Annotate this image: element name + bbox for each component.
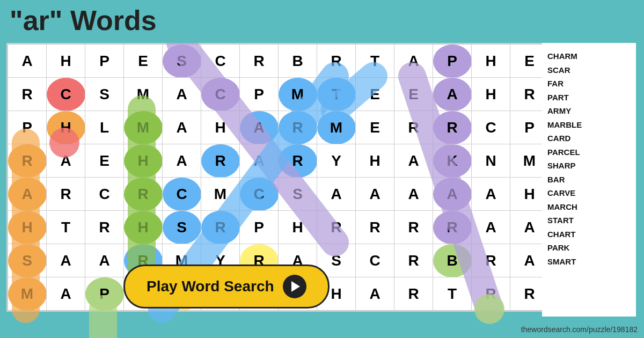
grid-cell: C [201, 78, 240, 111]
grid-cell: C [472, 111, 510, 144]
grid-cell: R [433, 211, 472, 244]
grid-cell: R [394, 111, 433, 144]
grid-cell: R [279, 111, 317, 144]
grid-cell: A [394, 45, 433, 78]
grid-cell: R [510, 277, 549, 311]
grid-cell: H [47, 45, 85, 78]
grid-cell: M [510, 144, 549, 178]
word-list-item: ARMY [547, 104, 631, 118]
word-list-item: SCAR [547, 63, 631, 77]
grid-cell: A [163, 111, 201, 144]
grid-cell: A [47, 277, 85, 311]
grid-cell: R [394, 244, 433, 277]
grid-cell: R [317, 211, 356, 244]
grid-cell: C [356, 244, 394, 277]
grid-cell: R [510, 78, 549, 111]
grid-cell: A [240, 111, 279, 144]
grid-cell: A [240, 144, 279, 178]
word-list-item: START [547, 214, 631, 227]
grid-cell: P [85, 45, 124, 78]
grid-cell: P [240, 78, 279, 111]
grid-cell: R [240, 45, 279, 78]
grid-cell: K [433, 144, 472, 178]
word-list-item: MARBLE [547, 118, 631, 132]
grid-cell: H [124, 144, 163, 178]
grid-cell: H [47, 111, 85, 144]
grid-cell: C [163, 178, 201, 211]
play-word-search-button[interactable]: Play Word Search [123, 264, 330, 308]
grid-cell: R [47, 178, 85, 211]
grid-cell: S [279, 178, 317, 211]
grid-cell: A [163, 144, 201, 178]
grid-cell: R [394, 277, 433, 311]
grid-cell: T [433, 277, 472, 311]
grid-cell: E [510, 45, 549, 78]
play-button-container: Play Word Search [123, 264, 330, 308]
grid-cell: A [510, 211, 549, 244]
grid-cell: R [8, 144, 47, 178]
grid-cell: N [472, 144, 510, 178]
grid-cell: H [472, 78, 510, 111]
grid-cell: C [47, 78, 85, 111]
play-button-label: Play Word Search [147, 278, 274, 295]
grid-cell: H [201, 111, 240, 144]
grid-cell: P [510, 111, 549, 144]
grid-cell: E [124, 45, 163, 78]
grid-cell: S [163, 211, 201, 244]
grid-cell: H [124, 211, 163, 244]
grid-cell: T [356, 45, 394, 78]
grid-cell: A [472, 211, 510, 244]
grid-cell: A [394, 144, 433, 178]
grid-cell: C [85, 178, 124, 211]
grid-cell: B [279, 45, 317, 78]
grid-cell: A [47, 244, 85, 277]
grid-cell: A [8, 45, 47, 78]
grid-cell: R [356, 211, 394, 244]
word-list-item: PART [547, 91, 631, 105]
grid-cell: B [433, 244, 472, 277]
grid-cell: M [124, 78, 163, 111]
grid-cell: E [356, 111, 394, 144]
grid-cell: T [47, 211, 85, 244]
grid-cell: A [317, 178, 356, 211]
grid-cell: A [472, 178, 510, 211]
grid-cell: R [472, 277, 510, 311]
play-icon [283, 275, 306, 298]
grid-cell: S [85, 78, 124, 111]
word-list: CHARMSCARFARPARTARMYMARBLECARDPARCELSHAR… [542, 43, 636, 317]
grid-cell: R [394, 211, 433, 244]
grid-cell: Y [317, 144, 356, 178]
grid-cell: R [85, 211, 124, 244]
grid-cell: A [433, 78, 472, 111]
grid-cell: M [124, 111, 163, 144]
grid-cell: H [472, 45, 510, 78]
grid-cell: S [163, 45, 201, 78]
word-list-item: SMART [547, 255, 631, 269]
word-list-item: PARK [547, 241, 631, 255]
grid-cell: A [356, 178, 394, 211]
word-list-item: FAR [547, 77, 631, 91]
grid-cell: E [85, 144, 124, 178]
grid-cell: H [510, 178, 549, 211]
grid-cell: L [85, 111, 124, 144]
page-title: "ar" Words [10, 4, 157, 36]
word-list-item: PARCEL [547, 145, 631, 159]
word-list-item: SHARP [547, 159, 631, 173]
grid-cell: H [279, 211, 317, 244]
grid-cell: C [201, 45, 240, 78]
grid-cell: M [201, 178, 240, 211]
grid-cell: R [124, 178, 163, 211]
grid-cell: R [433, 111, 472, 144]
grid-cell: R [279, 144, 317, 178]
grid-cell: A [163, 78, 201, 111]
word-list-item: MARCH [547, 200, 631, 214]
grid-cell: A [433, 178, 472, 211]
grid-cell: M [279, 78, 317, 111]
grid-cell: S [8, 244, 47, 277]
word-list-item: CARD [547, 131, 631, 145]
grid-cell: A [8, 178, 47, 211]
word-list-item: CHART [547, 227, 631, 241]
grid-cell: P [240, 211, 279, 244]
word-list-item: CARVE [547, 186, 631, 200]
grid-cell: R [201, 144, 240, 178]
